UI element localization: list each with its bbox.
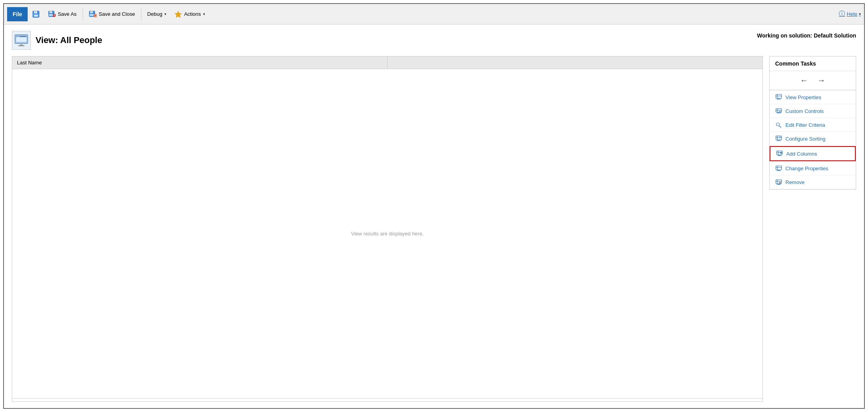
svg-marker-20: [175, 11, 181, 18]
grid-footer: [12, 398, 763, 401]
nav-back-button[interactable]: ←: [800, 76, 808, 85]
svg-rect-9: [49, 14, 53, 16]
debug-dropdown-arrow: ▾: [164, 12, 166, 16]
sidebar-item-add-columns[interactable]: Add Columns: [770, 146, 856, 161]
toolbar-sep-2: [141, 8, 141, 21]
debug-button[interactable]: Debug ▾: [144, 7, 170, 21]
toolbar-right: ⓘ Help ▾: [839, 10, 861, 18]
header-row: View: All People Working on solution: De…: [12, 31, 856, 50]
remove-icon: [775, 179, 782, 186]
svg-point-39: [776, 123, 780, 126]
grid-header: Last Name: [12, 56, 763, 69]
toolbar: File: [4, 4, 864, 24]
actions-button[interactable]: Actions ▾: [171, 7, 209, 21]
col-header-2: [388, 60, 763, 66]
grid-area: Last Name View results are displayed her…: [12, 56, 763, 402]
save-as-icon: x: [48, 10, 56, 18]
toolbar-sep-1: [83, 8, 83, 21]
sidebar-item-configure-sorting[interactable]: Configure Sorting: [770, 132, 856, 146]
sidebar-item-add-columns-label: Add Columns: [786, 151, 817, 157]
page-title: View: All People: [36, 35, 102, 45]
nav-forward-button[interactable]: →: [817, 76, 825, 85]
sidebar-item-edit-filter[interactable]: Edit Filter Criteria: [770, 118, 856, 132]
svg-rect-24: [17, 36, 20, 37]
main-window: File: [3, 3, 865, 409]
help-button[interactable]: ⓘ Help ▾: [839, 10, 861, 18]
sidebar-item-edit-filter-label: Edit Filter Criteria: [785, 122, 825, 128]
content-row: Last Name View results are displayed her…: [12, 56, 856, 402]
common-tasks-sidebar: Common Tasks ← →: [769, 56, 856, 190]
custom-controls-icon: [775, 107, 782, 115]
svg-rect-55: [776, 166, 781, 170]
save-as-label: Save As: [58, 11, 77, 17]
svg-rect-25: [20, 44, 23, 45]
svg-text:x: x: [54, 15, 55, 17]
grid-body: View results are displayed here.: [12, 69, 763, 398]
view-icon: [12, 31, 31, 50]
help-label: Help: [847, 11, 857, 17]
sidebar-item-remove-label: Remove: [785, 179, 804, 185]
save-button[interactable]: [28, 7, 43, 21]
configure-sorting-icon: [775, 135, 782, 142]
view-title-area: View: All People: [12, 31, 102, 50]
help-dropdown-arrow: ▾: [859, 12, 861, 16]
edit-filter-icon: [775, 121, 782, 128]
actions-icon: [174, 10, 182, 18]
sidebar-title: Common Tasks: [770, 56, 856, 71]
file-label: File: [13, 11, 22, 17]
save-close-button[interactable]: Save and Close: [85, 7, 139, 21]
sidebar-item-change-properties-label: Change Properties: [785, 166, 828, 171]
add-columns-icon: [776, 150, 783, 157]
sidebar-item-custom-controls-label: Custom Controls: [785, 108, 824, 114]
svg-line-40: [780, 126, 781, 128]
actions-label: Actions: [184, 11, 201, 17]
help-circle-icon: ⓘ: [839, 10, 845, 18]
save-close-icon: [89, 10, 97, 18]
svg-rect-16: [90, 14, 93, 16]
debug-label: Debug: [147, 11, 162, 17]
save-icon: [32, 10, 40, 18]
change-properties-icon: [775, 165, 782, 172]
view-properties-icon: [775, 94, 782, 101]
sidebar-item-configure-sorting-label: Configure Sorting: [785, 136, 825, 142]
grid-empty-message: View results are displayed here.: [351, 231, 424, 237]
svg-rect-4: [34, 15, 38, 17]
svg-rect-7: [50, 11, 51, 13]
svg-rect-27: [776, 94, 781, 98]
svg-rect-26: [18, 45, 24, 46]
svg-rect-14: [91, 11, 92, 13]
save-close-label: Save and Close: [99, 11, 135, 17]
sidebar-item-change-properties[interactable]: Change Properties: [770, 162, 856, 175]
sidebar-nav-row: ← →: [770, 71, 856, 90]
sidebar-item-custom-controls[interactable]: Custom Controls: [770, 104, 856, 118]
col-header-lastname: Last Name: [12, 56, 388, 69]
sidebar-item-remove[interactable]: Remove: [770, 175, 856, 189]
svg-rect-2: [35, 11, 36, 13]
sidebar-item-view-properties-label: View Properties: [785, 94, 821, 100]
main-content: View: All People Working on solution: De…: [4, 24, 864, 408]
solution-label: Working on solution: Default Solution: [757, 31, 856, 39]
save-as-button[interactable]: x Save As: [44, 7, 80, 21]
sidebar-item-view-properties[interactable]: View Properties: [770, 90, 856, 104]
actions-dropdown-arrow: ▾: [203, 12, 205, 16]
file-button[interactable]: File: [7, 7, 28, 21]
